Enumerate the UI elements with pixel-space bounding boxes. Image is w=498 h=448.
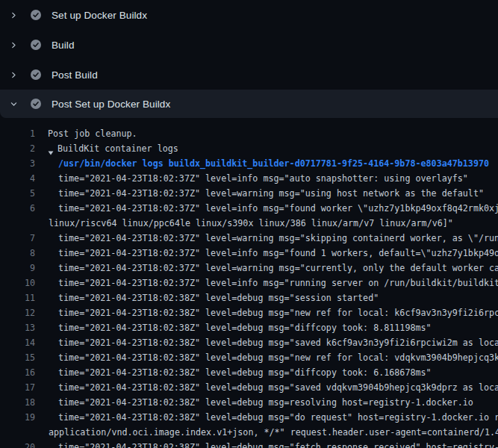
status-check-icon [31,69,41,80]
log-line: 20time="2021-04-23T18:02:38Z" level=debu… [0,440,498,448]
log-line: 13time="2021-04-23T18:02:38Z" level=debu… [0,320,498,335]
line-number[interactable]: 7 [0,231,35,246]
log-line: 11time="2021-04-23T18:02:38Z" level=debu… [0,290,498,305]
log-group-label: BuildKit container logs [57,141,178,156]
steps-list: Set up Docker BuildxBuildPost BuildPost … [0,0,498,118]
log-line: 9time="2021-04-23T18:02:37Z" level=warni… [0,261,498,276]
line-number[interactable]: 1 [0,126,35,141]
status-check-icon [31,40,41,50]
log-text: time="2021-04-23T18:02:37Z" level=warnin… [35,231,498,246]
log-text: time="2021-04-23T18:02:38Z" level=debug … [35,380,498,395]
line-number[interactable]: 13 [0,320,35,335]
line-number[interactable]: 2 [0,141,35,156]
log-line: 5time="2021-04-23T18:02:37Z" level=warni… [0,186,498,201]
log-line: 14time="2021-04-23T18:02:38Z" level=debu… [0,335,498,350]
log-line: 19time="2021-04-23T18:02:38Z" level=debu… [0,410,498,425]
log-line: 15time="2021-04-23T18:02:38Z" level=debu… [0,350,498,365]
line-number[interactable]: 19 [0,410,35,425]
step-row-build[interactable]: Build [0,30,498,60]
line-number[interactable]: 12 [0,305,35,320]
log-line: linux/riscv64 linux/ppc64le linux/s390x … [0,216,498,231]
log-text: time="2021-04-23T18:02:38Z" level=debug … [35,410,498,425]
log-text: time="2021-04-23T18:02:38Z" level=debug … [35,335,498,350]
chevron-right-icon [10,69,22,81]
line-number[interactable]: 3 [0,156,35,171]
log-text: time="2021-04-23T18:02:38Z" level=debug … [35,395,473,410]
log-line: 8time="2021-04-23T18:02:37Z" level=info … [0,246,498,261]
log-panel: 1Post job cleanup.2BuildKit container lo… [0,118,498,448]
log-line: 2BuildKit container logs [0,141,498,156]
log-line: 1Post job cleanup. [0,126,498,141]
log-line: 4time="2021-04-23T18:02:37Z" level=info … [0,171,498,186]
line-number[interactable]: 16 [0,365,35,380]
chevron-right-icon [10,9,22,21]
line-number[interactable]: 14 [0,335,35,350]
log-text: time="2021-04-23T18:02:37Z" level=info m… [35,201,498,216]
log-line: 17time="2021-04-23T18:02:38Z" level=debu… [0,380,498,395]
log-line: 18time="2021-04-23T18:02:38Z" level=debu… [0,395,498,410]
line-number[interactable]: 6 [0,201,35,216]
log-line: 3/usr/bin/docker logs buildx_buildkit_bu… [0,156,498,171]
log-line: application/vnd.oci.image.index.v1+json,… [0,425,498,440]
log-text: time="2021-04-23T18:02:37Z" level=warnin… [35,186,484,201]
log-text: time="2021-04-23T18:02:37Z" level=warnin… [35,261,498,276]
log-group-toggle[interactable]: BuildKit container logs [35,141,178,156]
log-text: time="2021-04-23T18:02:37Z" level=info m… [35,171,468,186]
log-text: Post job cleanup. [35,126,137,141]
line-number[interactable]: 8 [0,246,35,261]
log-text: time="2021-04-23T18:02:38Z" level=debug … [35,440,498,448]
log-line: 12time="2021-04-23T18:02:38Z" level=debu… [0,305,498,320]
line-number[interactable]: 5 [0,186,35,201]
line-number[interactable]: 17 [0,380,35,395]
line-number[interactable]: 15 [0,350,35,365]
step-label: Post Set up Docker Buildx [52,99,170,110]
log-text: time="2021-04-23T18:02:38Z" level=debug … [35,305,498,320]
log-text: time="2021-04-23T18:02:37Z" level=info m… [35,246,498,261]
step-row-set-up-docker-buildx[interactable]: Set up Docker Buildx [0,0,498,30]
triangle-down-icon [48,146,54,152]
log-command-text: /usr/bin/docker logs buildx_buildkit_bui… [35,156,489,171]
log-text: time="2021-04-23T18:02:38Z" level=debug … [35,290,379,305]
line-number[interactable]: 9 [0,261,35,276]
line-number[interactable]: 10 [0,276,35,290]
step-row-post-set-up-docker-buildx[interactable]: Post Set up Docker Buildx [0,90,498,118]
log-text: time="2021-04-23T18:02:38Z" level=debug … [35,365,432,380]
log-line: 16time="2021-04-23T18:02:38Z" level=debu… [0,365,498,380]
log-text: application/vnd.oci.image.index.v1+json,… [35,425,498,440]
chevron-right-icon [10,39,22,51]
log-text: linux/riscv64 linux/ppc64le linux/s390x … [35,216,453,231]
line-number[interactable]: 20 [0,440,35,448]
line-number[interactable]: 18 [0,395,35,410]
line-number[interactable]: 4 [0,171,35,186]
line-number [0,425,35,440]
step-label: Set up Docker Buildx [52,10,147,21]
log-text: time="2021-04-23T18:02:38Z" level=debug … [35,350,498,365]
log-line: 10time="2021-04-23T18:02:37Z" level=info… [0,276,498,290]
step-row-post-build[interactable]: Post Build [0,60,498,90]
line-number[interactable]: 11 [0,290,35,305]
log-line: 7time="2021-04-23T18:02:37Z" level=warni… [0,231,498,246]
log-text: time="2021-04-23T18:02:38Z" level=debug … [35,320,432,335]
status-check-icon [31,99,41,109]
log-text: time="2021-04-23T18:02:37Z" level=info m… [35,276,498,290]
step-label: Build [52,40,75,51]
line-number [0,216,35,231]
github-actions-log-viewer: Set up Docker BuildxBuildPost BuildPost … [0,0,498,448]
status-check-icon [31,10,41,20]
log-line: 6time="2021-04-23T18:02:37Z" level=info … [0,201,498,216]
chevron-down-icon [10,98,22,110]
step-label: Post Build [52,69,98,81]
